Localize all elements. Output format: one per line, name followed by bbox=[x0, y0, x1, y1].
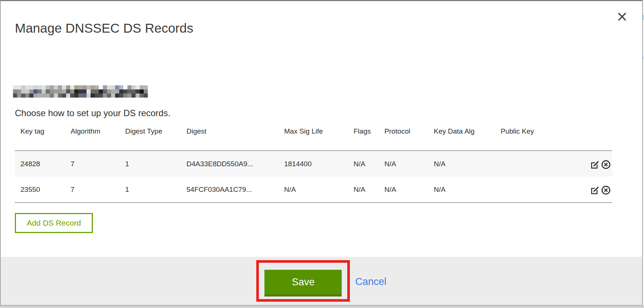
ds-records-table: Key tagAlgorithmDigest TypeDigestMax Sig… bbox=[15, 124, 612, 203]
save-annotation-highlight: Save bbox=[256, 260, 350, 302]
edit-record-button[interactable] bbox=[590, 160, 601, 170]
cell-digest: 54FCF030AA1C79... bbox=[181, 177, 279, 203]
cell-flags: N/A bbox=[348, 151, 379, 177]
cell-max-sig-life: 1814400 bbox=[279, 151, 348, 177]
cell-digest-type: 1 bbox=[120, 177, 181, 203]
cancel-link[interactable]: Cancel bbox=[355, 276, 386, 288]
column-header-public-key: Public Key bbox=[495, 124, 579, 151]
column-header-key-data-alg: Key Data Alg bbox=[428, 124, 495, 151]
edit-icon bbox=[590, 191, 600, 196]
save-button[interactable]: Save bbox=[264, 270, 342, 296]
column-header-digest: Digest bbox=[181, 124, 279, 151]
modal-title: Manage DNSSEC DS Records bbox=[15, 21, 193, 36]
cell-public-key bbox=[495, 177, 579, 203]
cell-key-data-alg: N/A bbox=[428, 177, 495, 203]
column-header-key-tag: Key tag bbox=[15, 124, 65, 151]
column-header-flags: Flags bbox=[348, 124, 379, 151]
delete-icon bbox=[601, 165, 611, 171]
edit-record-button[interactable] bbox=[590, 185, 601, 195]
edit-icon bbox=[590, 165, 600, 171]
delete-record-button[interactable] bbox=[601, 185, 611, 195]
close-button[interactable] bbox=[616, 11, 628, 23]
cell-key-tag: 24828 bbox=[15, 151, 65, 177]
cell-digest: D4A33E8DD550A9... bbox=[181, 151, 279, 177]
cell-public-key bbox=[495, 151, 579, 177]
column-header-actions bbox=[579, 124, 612, 151]
close-icon bbox=[617, 17, 627, 23]
redacted-domain-name bbox=[13, 85, 148, 98]
cell-algorithm: 7 bbox=[65, 151, 120, 177]
delete-record-button[interactable] bbox=[601, 160, 611, 170]
cell-key-data-alg: N/A bbox=[428, 151, 495, 177]
add-ds-record-button[interactable]: Add DS Record bbox=[15, 213, 93, 233]
modal-footer: Save Cancel bbox=[1, 257, 642, 305]
table-row: 2482871D4A33E8DD550A9...1814400N/AN/AN/A bbox=[15, 151, 612, 177]
row-actions bbox=[579, 151, 612, 177]
column-header-digest-type: Digest Type bbox=[120, 124, 181, 151]
table-header-row: Key tagAlgorithmDigest TypeDigestMax Sig… bbox=[15, 124, 612, 151]
cell-digest-type: 1 bbox=[120, 151, 181, 177]
column-header-algorithm: Algorithm bbox=[65, 124, 120, 151]
table-header: Key tagAlgorithmDigest TypeDigestMax Sig… bbox=[15, 124, 612, 151]
manage-dnssec-modal: Manage DNSSEC DS Records Choose how to s… bbox=[0, 0, 643, 306]
table-row: 235507154FCF030AA1C79...N/AN/AN/AN/A bbox=[15, 177, 612, 203]
cell-key-tag: 23550 bbox=[15, 177, 65, 203]
cell-protocol: N/A bbox=[379, 177, 428, 203]
setup-instructions: Choose how to set up your DS records. bbox=[15, 108, 170, 118]
row-actions bbox=[579, 177, 612, 203]
column-header-max-sig-life: Max Sig Life bbox=[279, 124, 348, 151]
cell-algorithm: 7 bbox=[65, 177, 120, 203]
column-header-protocol: Protocol bbox=[379, 124, 428, 151]
cell-flags: N/A bbox=[348, 177, 379, 203]
delete-icon bbox=[601, 191, 611, 196]
table-body: 2482871D4A33E8DD550A9...1814400N/AN/AN/A… bbox=[15, 151, 612, 203]
cell-protocol: N/A bbox=[379, 151, 428, 177]
cell-max-sig-life: N/A bbox=[279, 177, 348, 203]
